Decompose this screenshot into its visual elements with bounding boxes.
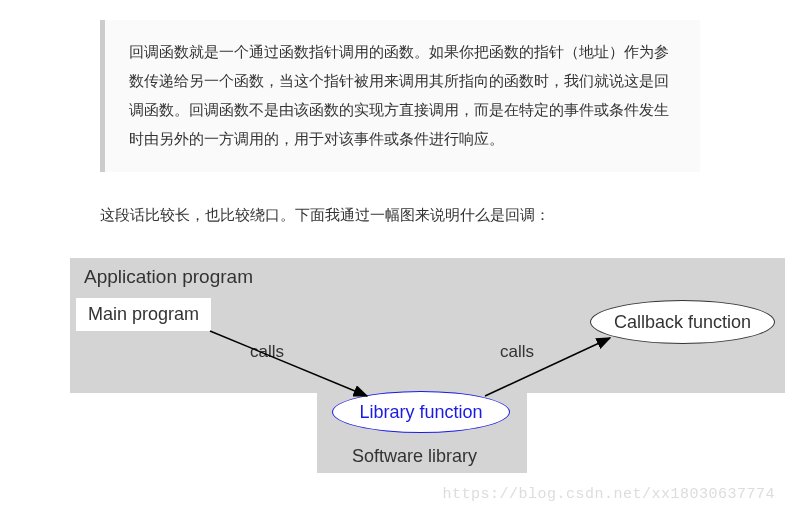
callback-function-oval: Callback function: [590, 300, 775, 344]
quote-block: 回调函数就是一个通过函数指针调用的函数。如果你把函数的指针（地址）作为参数传递给…: [100, 20, 700, 172]
watermark-text: https://blog.csdn.net/xx18030637774: [442, 486, 775, 503]
callback-diagram: Application program Main program Callbac…: [70, 258, 785, 393]
quote-text: 回调函数就是一个通过函数指针调用的函数。如果你把函数的指针（地址）作为参数传递给…: [129, 38, 676, 154]
calls-label-right: calls: [500, 342, 534, 362]
description-text: 这段话比较长，也比较绕口。下面我通过一幅图来说明什么是回调：: [100, 202, 795, 228]
library-function-oval: Library function: [332, 391, 510, 433]
software-library-box: Library function Software library: [317, 383, 527, 473]
software-library-label: Software library: [352, 446, 477, 467]
content-wrapper: 回调函数就是一个通过函数指针调用的函数。如果你把函数的指针（地址）作为参数传递给…: [0, 0, 795, 393]
application-program-label: Application program: [70, 258, 785, 288]
application-program-box: Application program Main program Callbac…: [70, 258, 785, 393]
main-program-box: Main program: [76, 298, 211, 331]
calls-label-left: calls: [250, 342, 284, 362]
